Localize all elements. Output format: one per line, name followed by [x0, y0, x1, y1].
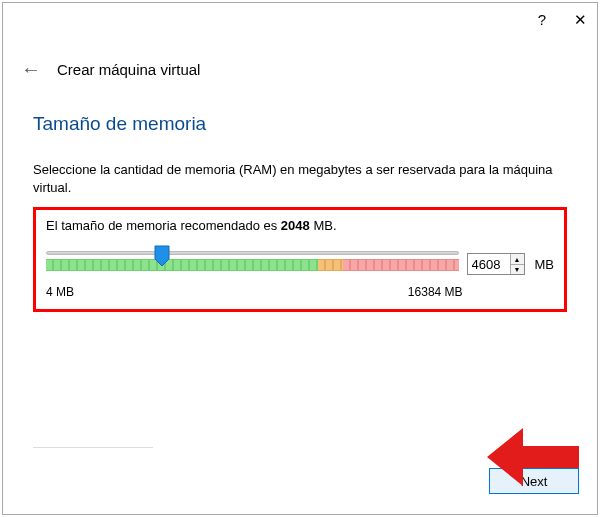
content-area: Tamaño de memoria Seleccione la cantidad… [33, 113, 567, 312]
next-button[interactable]: Next [489, 468, 579, 494]
dialog-window: ? ✕ ← Crear máquina virtual Tamaño de me… [2, 2, 598, 515]
section-description: Seleccione la cantidad de memoria (RAM) … [33, 161, 567, 197]
back-arrow-icon[interactable]: ← [21, 59, 41, 79]
footer: Next [33, 447, 579, 494]
wizard-title: Crear máquina virtual [57, 61, 200, 78]
wizard-header: ← Crear máquina virtual [21, 59, 200, 79]
slider-zone-orange [318, 259, 343, 271]
reco-value: 2048 [281, 218, 310, 233]
slider-min-label: 4 MB [46, 285, 74, 299]
slider-thumb[interactable] [154, 245, 170, 267]
memory-unit: MB [535, 257, 555, 272]
reco-text-post: MB. [310, 218, 337, 233]
memory-highlight-box: El tamaño de memoria recomendado es 2048… [33, 207, 567, 312]
spin-down-icon[interactable]: ▼ [511, 265, 524, 275]
recommended-line: El tamaño de memoria recomendado es 2048… [46, 218, 554, 233]
spin-up-icon[interactable]: ▲ [511, 254, 524, 265]
titlebar-controls: ? ✕ [538, 11, 587, 29]
memory-slider[interactable] [46, 247, 459, 281]
memory-spinbox[interactable]: ▲ ▼ [467, 253, 525, 275]
reco-text-pre: El tamaño de memoria recomendado es [46, 218, 281, 233]
help-icon[interactable]: ? [538, 11, 546, 29]
footer-separator [33, 447, 153, 448]
slider-zone-green [46, 259, 318, 271]
slider-max-label: 16384 MB [408, 285, 463, 299]
slider-range-labels: 4 MB 16384 MB [46, 285, 554, 299]
spin-buttons: ▲ ▼ [510, 254, 524, 274]
slider-zone-red [343, 259, 459, 271]
memory-input[interactable] [468, 254, 510, 274]
section-title: Tamaño de memoria [33, 113, 567, 135]
slider-track [46, 251, 459, 255]
slider-row: ▲ ▼ MB [46, 247, 554, 281]
close-icon[interactable]: ✕ [574, 11, 587, 29]
button-row: Next [33, 468, 579, 494]
slider-color-bar [46, 259, 459, 271]
